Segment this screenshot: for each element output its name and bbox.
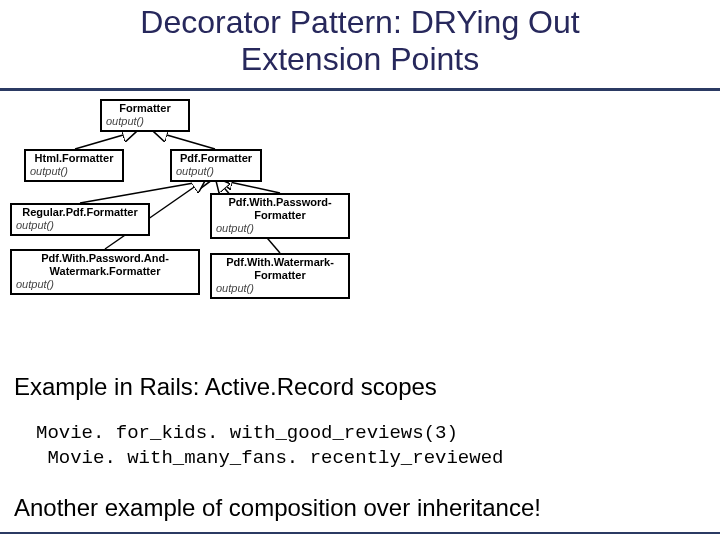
- uml-class-name: Pdf.With.Watermark- Formatter: [216, 256, 344, 282]
- uml-class-op: output(): [106, 115, 184, 128]
- uml-box-pdf-formatter: Pdf.Formatter output(): [170, 149, 262, 182]
- uml-class-name: Formatter: [106, 102, 184, 115]
- uml-class-name: Pdf.Formatter: [176, 152, 256, 165]
- title-line-1: Decorator Pattern: DRYing Out: [140, 4, 579, 40]
- footer-spacer: [0, 534, 720, 540]
- uml-box-regular-pdf: Regular.Pdf.Formatter output(): [10, 203, 150, 236]
- uml-box-html-formatter: Html.Formatter output(): [24, 149, 124, 182]
- svg-line-1: [160, 133, 215, 149]
- uml-class-op: output(): [16, 278, 194, 291]
- title-line-2: Extension Points: [241, 41, 479, 77]
- svg-line-3: [225, 181, 280, 193]
- uml-class-op: output(): [216, 222, 344, 235]
- slide-title: Decorator Pattern: DRYing Out Extension …: [0, 0, 720, 84]
- uml-class-name: Regular.Pdf.Formatter: [16, 206, 144, 219]
- example-heading: Example in Rails: Active.Record scopes: [14, 373, 720, 401]
- uml-box-pdf-watermark: Pdf.With.Watermark- Formatter output(): [210, 253, 350, 300]
- title-divider: [0, 88, 720, 91]
- uml-class-name: Pdf.With.Password.And- Watermark.Formatt…: [16, 252, 194, 278]
- code-line-2: Movie. with_many_fans. recently_reviewed: [36, 447, 503, 469]
- code-line-1: Movie. for_kids. with_good_reviews(3): [36, 422, 458, 444]
- uml-diagram: Formatter output() Html.Formatter output…: [10, 93, 390, 343]
- uml-class-name: Pdf.With.Password- Formatter: [216, 196, 344, 222]
- uml-box-pdf-password-watermark: Pdf.With.Password.And- Watermark.Formatt…: [10, 249, 200, 296]
- closing-line: Another example of composition over inhe…: [14, 494, 720, 522]
- uml-box-formatter: Formatter output(): [100, 99, 190, 132]
- uml-class-op: output(): [216, 282, 344, 295]
- svg-line-0: [75, 133, 130, 149]
- uml-class-op: output(): [16, 219, 144, 232]
- uml-class-name: Html.Formatter: [30, 152, 118, 165]
- uml-class-op: output(): [30, 165, 118, 178]
- uml-class-op: output(): [176, 165, 256, 178]
- code-block: Movie. for_kids. with_good_reviews(3) Mo…: [36, 421, 720, 472]
- uml-box-pdf-password: Pdf.With.Password- Formatter output(): [210, 193, 350, 240]
